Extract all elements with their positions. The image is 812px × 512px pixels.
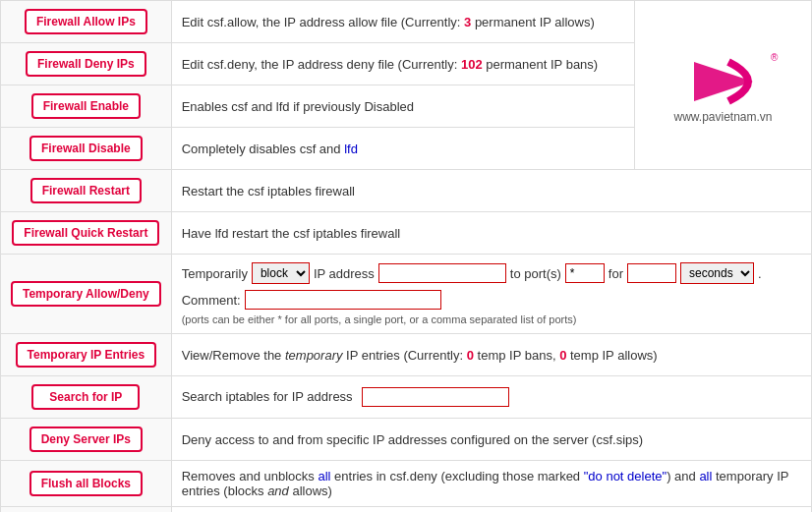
deny-server-text: Deny access to and from specific IP addr… <box>182 432 643 447</box>
disable-lfd: lfd <box>344 142 358 156</box>
disable-button[interactable]: Firewall Disable <box>29 136 143 161</box>
temp-ip-entries-desc: View/Remove the temporary IP entries (Cu… <box>171 334 811 376</box>
temp-unit-select[interactable]: seconds minutes hours <box>680 262 754 284</box>
temp-time-input[interactable] <box>627 263 676 283</box>
comment-row: Comment: <box>182 290 801 310</box>
deny-ips-desc: Edit csf.deny, the IP address deny file … <box>171 43 634 85</box>
flush-all2: all <box>699 469 712 484</box>
deny-ips-cell: Firewall Deny IPs <box>1 43 172 85</box>
flush-blocks-cell: Flush all Blocks <box>1 461 172 507</box>
temp-ip-label: IP address <box>314 266 375 281</box>
flush-pre: Removes and unblocks <box>182 469 319 484</box>
allow-ips-button[interactable]: Firewall Allow IPs <box>25 9 147 34</box>
restart-desc: Restart the csf iptables firewall <box>171 170 811 212</box>
deny-ips-button[interactable]: Firewall Deny IPs <box>26 51 146 77</box>
temp-entries-post: temp IP allows) <box>566 348 657 363</box>
allow-ips-text-post: permanent IP allows) <box>471 15 595 29</box>
temp-ip-entries-cell: Temporary IP Entries <box>1 334 172 376</box>
logo-cell: ® www.pavietnam.vn <box>635 1 812 170</box>
temp-ip-input[interactable] <box>378 263 506 283</box>
temp-allow-deny-cell: Temporary Allow/Deny <box>1 255 172 334</box>
logo-url: www.pavietnam.vn <box>673 110 772 124</box>
temp-entries-mid2: temp IP bans, <box>474 348 559 363</box>
temp-bans-count: 0 <box>467 348 474 363</box>
quick-restart-desc: Have lfd restart the csf iptables firewa… <box>171 212 811 255</box>
enable-button[interactable]: Firewall Enable <box>31 93 141 119</box>
enable-text: Enables csf and lfd if previously Disabl… <box>182 99 414 114</box>
disable-desc: Completely disables csf and lfd <box>171 128 634 170</box>
temp-allow-deny-button[interactable]: Temporary Allow/Deny <box>11 281 161 307</box>
search-ip-button[interactable]: Search for IP <box>31 384 140 410</box>
enable-desc: Enables csf and lfd if previously Disabl… <box>171 85 634 128</box>
temp-action-select[interactable]: block allow <box>252 262 310 284</box>
temp-port-label: to port(s) <box>510 266 561 281</box>
quick-restart-button[interactable]: Firewall Quick Restart <box>12 220 159 246</box>
temp-entries-pre: View/Remove the <box>182 348 285 363</box>
deny-ips-text-pre: Edit csf.deny, the IP address deny file … <box>182 57 461 72</box>
flush-blocks-desc: Removes and unblocks all entries in csf.… <box>171 461 811 507</box>
temp-label: Temporarily <box>182 266 248 281</box>
quick-restart-text: Have lfd restart the csf iptables firewa… <box>182 226 401 241</box>
temp-port-input[interactable] <box>565 263 605 283</box>
temp-form: Temporarily block allow IP address to po… <box>182 262 801 284</box>
allow-ips-text-pre: Edit csf.allow, the IP address allow fil… <box>182 15 464 29</box>
deny-ips-text-post: permanent IP bans) <box>483 57 599 72</box>
deny-ips-count: 102 <box>461 57 483 72</box>
disable-text-pre: Completely disables csf and <box>182 142 344 156</box>
disable-cell: Firewall Disable <box>1 128 172 170</box>
deny-server-desc: Deny access to and from specific IP addr… <box>171 419 811 461</box>
search-ip-desc: Search iptables for IP address <box>171 376 811 419</box>
temp-period: . <box>758 266 762 281</box>
flush-and: and <box>267 484 289 498</box>
restart-cell: Firewall Restart <box>1 170 172 212</box>
comment-label: Comment: <box>182 293 241 308</box>
deny-server-cell: Deny Server IPs <box>1 419 172 461</box>
logo-svg: ® <box>665 47 783 106</box>
search-ip-label: Search iptables for IP address <box>182 389 353 404</box>
temp-entries-italic: temporary <box>285 348 343 363</box>
flush-blocks-button[interactable]: Flush all Blocks <box>29 471 143 496</box>
flush-quoted: "do not delete" <box>584 469 667 484</box>
flush-mid: entries in csf.deny (excluding those mar… <box>330 469 583 484</box>
flush-mid2: ) and <box>667 469 699 484</box>
temp-note: (ports can be either * for all ports, a … <box>182 313 801 325</box>
deny-server-button[interactable]: Deny Server IPs <box>29 427 143 452</box>
allow-ips-desc: Edit csf.allow, the IP address allow fil… <box>171 1 634 43</box>
search-ip-input[interactable] <box>362 387 509 407</box>
temp-ip-entries-button[interactable]: Temporary IP Entries <box>16 342 157 368</box>
registered-symbol: ® <box>771 52 779 63</box>
temp-allow-deny-desc: Temporarily block allow IP address to po… <box>171 255 811 334</box>
redirect-cell: Firewall Redirect <box>1 507 172 513</box>
logo-container: ® www.pavietnam.vn <box>645 47 801 124</box>
comment-input[interactable] <box>245 290 441 310</box>
temp-for-label: for <box>609 266 623 281</box>
flush-all: all <box>318 469 330 484</box>
restart-text: Restart the csf iptables firewall <box>182 184 355 199</box>
temp-entries-mid: IP entries (Currently: <box>343 348 467 363</box>
allow-ips-cell: Firewall Allow IPs <box>1 1 172 43</box>
flush-allows: allows) <box>289 484 332 498</box>
restart-button[interactable]: Firewall Restart <box>30 178 142 203</box>
redirect-desc: Redirect connections to this server to o… <box>171 507 811 513</box>
search-ip-cell: Search for IP <box>1 376 172 419</box>
enable-cell: Firewall Enable <box>1 85 172 128</box>
quick-restart-cell: Firewall Quick Restart <box>1 212 172 255</box>
